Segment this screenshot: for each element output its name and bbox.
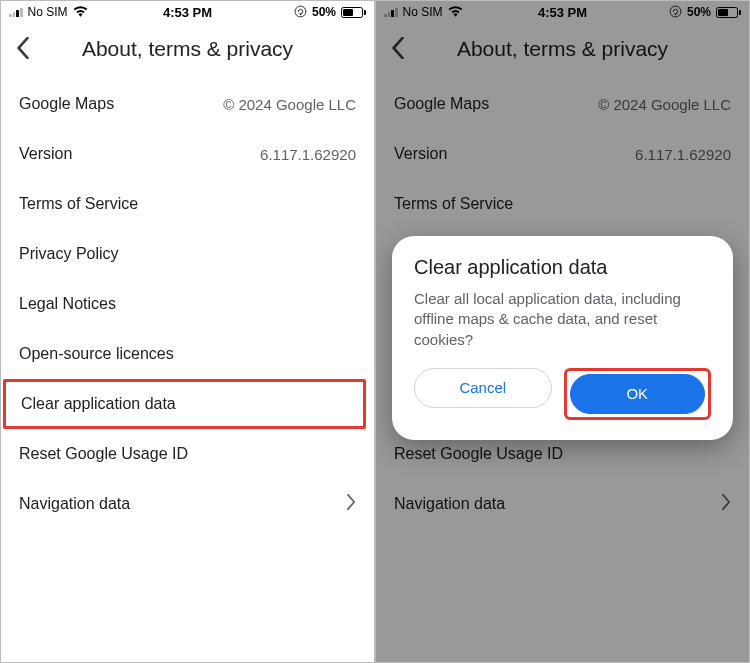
battery-percent: 50% — [312, 5, 336, 19]
screen-left: No SIM 4:53 PM 50% About, terms & privac… — [0, 0, 375, 663]
dialog-title: Clear application data — [414, 256, 711, 279]
row-clear-data[interactable]: Clear application data — [3, 379, 366, 429]
row-label: Google Maps — [19, 95, 114, 113]
row-version-value: 6.117.1.62920 — [260, 146, 356, 163]
row-tos[interactable]: Terms of Service — [1, 179, 374, 229]
clear-data-dialog: Clear application data Clear all local a… — [392, 236, 733, 440]
carrier-label: No SIM — [28, 5, 68, 19]
row-label: Open-source licences — [19, 345, 174, 363]
row-google-maps[interactable]: Google Maps © 2024 Google LLC — [1, 79, 374, 129]
back-button[interactable] — [15, 37, 31, 61]
row-copyright: © 2024 Google LLC — [223, 96, 356, 113]
chevron-right-icon — [347, 494, 356, 514]
row-label: Legal Notices — [19, 295, 116, 313]
row-oss[interactable]: Open-source licences — [1, 329, 374, 379]
svg-point-0 — [295, 6, 306, 17]
dialog-body: Clear all local application data, includ… — [414, 289, 711, 350]
row-label: Version — [19, 145, 72, 163]
cancel-button[interactable]: Cancel — [414, 368, 552, 408]
ok-button[interactable]: OK — [570, 374, 706, 414]
row-label: Privacy Policy — [19, 245, 119, 263]
page-title: About, terms & privacy — [82, 37, 293, 60]
rotation-lock-icon — [294, 5, 307, 20]
row-reset-usage[interactable]: Reset Google Usage ID — [1, 429, 374, 479]
row-label: Navigation data — [19, 495, 130, 513]
row-label: Reset Google Usage ID — [19, 445, 188, 463]
row-version[interactable]: Version 6.117.1.62920 — [1, 129, 374, 179]
settings-list: Google Maps © 2024 Google LLC Version 6.… — [1, 79, 374, 529]
dialog-actions: Cancel OK — [414, 368, 711, 420]
signal-icon — [9, 7, 23, 17]
status-bar: No SIM 4:53 PM 50% — [1, 1, 374, 23]
row-legal[interactable]: Legal Notices — [1, 279, 374, 329]
row-navigation[interactable]: Navigation data — [1, 479, 374, 529]
row-privacy[interactable]: Privacy Policy — [1, 229, 374, 279]
row-label: Terms of Service — [19, 195, 138, 213]
nav-header: About, terms & privacy — [1, 23, 374, 79]
ok-highlight: OK — [564, 368, 712, 420]
screen-right: No SIM 4:53 PM 50% About, terms & privac… — [375, 0, 750, 663]
wifi-icon — [73, 5, 88, 20]
battery-icon — [341, 7, 366, 18]
row-label: Clear application data — [21, 395, 176, 413]
